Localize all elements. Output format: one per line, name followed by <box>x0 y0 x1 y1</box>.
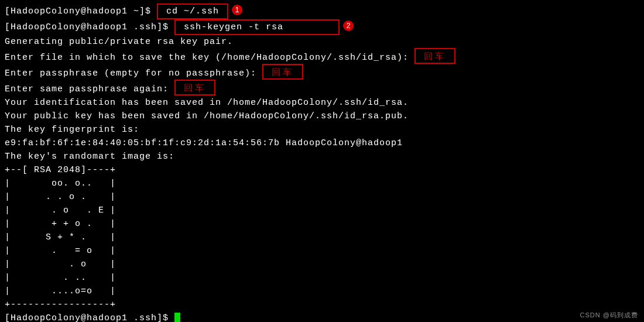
output-line: Enter file in which to save the key (/ho… <box>5 49 639 64</box>
command-cd: cd ~/.ssh <box>157 4 228 19</box>
prompt-text: Enter passphrase (empty for no passphras… <box>5 68 262 78</box>
output-line: The key's randomart image is: <box>5 150 639 163</box>
shell-prompt: [HadoopColony@hadoop1 .ssh]$ <box>5 22 174 32</box>
command-sshkeygen: ssh-keygen -t rsa <box>174 19 340 35</box>
prompt-text: Enter same passphrase again: <box>5 84 174 94</box>
command-line-3[interactable]: [HadoopColony@hadoop1 .ssh]$ <box>5 311 639 322</box>
randomart-line: | + + o . | <box>5 217 639 231</box>
randomart-line: | . . o . | <box>5 190 639 204</box>
enter-key-annotation: 回车 <box>415 48 455 64</box>
enter-key-annotation: 回车 <box>174 80 215 95</box>
command-line-2: [HadoopColony@hadoop1 .ssh]$ ssh-keygen … <box>5 19 639 35</box>
output-line: Your identification has been saved in /h… <box>5 96 639 109</box>
output-line: Generating public/private rsa key pair. <box>5 35 639 49</box>
shell-prompt: [HadoopColony@hadoop1 ~]$ <box>5 6 157 16</box>
output-line: Your public key has been saved in /home/… <box>5 109 639 123</box>
output-line: Enter passphrase (empty for no passphras… <box>5 64 639 80</box>
randomart-line: | . = o | <box>5 244 639 258</box>
randomart-line: | oo. o.. | <box>5 177 639 190</box>
randomart-line: +-----------------+ <box>5 298 639 311</box>
randomart-line: | . o | <box>5 258 639 271</box>
cursor-block <box>174 313 180 322</box>
enter-key-annotation: 回车 <box>262 64 303 80</box>
step-badge-1: 1 <box>232 5 242 15</box>
output-line: The key fingerprint is: <box>5 123 639 136</box>
output-line: e9:fa:bf:6f:1e:84:40:05:bf:1f:c9:2d:1a:5… <box>5 136 639 150</box>
shell-prompt: [HadoopColony@hadoop1 .ssh]$ <box>5 313 174 322</box>
terminal-window[interactable]: [HadoopColony@hadoop1 ~]$ cd ~/.ssh 1 [H… <box>0 0 644 322</box>
randomart-line: +--[ RSA 2048]----+ <box>5 163 639 177</box>
randomart-line: | . o . E | <box>5 204 639 217</box>
randomart-line: | S + * . | <box>5 231 639 244</box>
watermark-text: CSDN @码到成费 <box>580 311 638 320</box>
command-line-1: [HadoopColony@hadoop1 ~]$ cd ~/.ssh 1 <box>5 4 639 19</box>
randomart-line: | . .. | <box>5 271 639 285</box>
step-badge-2: 2 <box>343 20 354 31</box>
randomart-line: | ....o=o | <box>5 285 639 298</box>
prompt-text: Enter file in which to save the key (/ho… <box>5 53 415 63</box>
output-line: Enter same passphrase again: 回车 <box>5 80 639 96</box>
